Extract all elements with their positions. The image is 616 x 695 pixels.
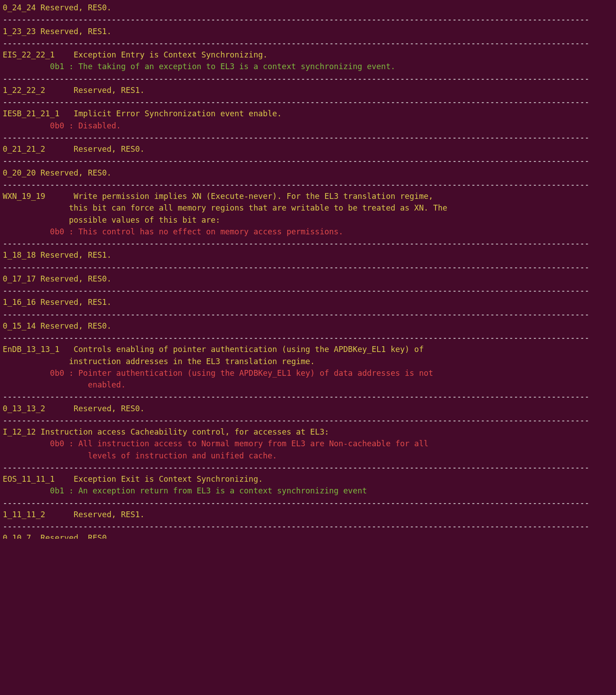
field-label: I_12_12: [3, 426, 36, 438]
field-desc-text: Write permission implies XN (Execute-nev…: [74, 190, 433, 202]
bit-value: 0b0 :: [3, 120, 79, 132]
field-entry: I_12_12 Instruction access Cacheability …: [3, 426, 613, 438]
field-desc-text: Reserved, RES0.: [40, 167, 111, 179]
field-label: EOS_11_11_1: [3, 473, 74, 485]
field-desc-cont: possible values of this bit are:: [3, 214, 613, 226]
field-desc-cont: this bit can force all memory regions th…: [3, 202, 613, 214]
field-label: WXN_19_19: [3, 190, 74, 202]
field-label: 0_24_24: [3, 2, 36, 13]
field-desc-text: Reserved, RES1.: [40, 26, 111, 37]
field-desc-text: Controls enabling of pointer authenticat…: [74, 343, 424, 355]
field-entry: IESB_21_21_1Implicit Error Synchronizati…: [3, 108, 613, 119]
field-entry: 0_15_14 Reserved, RES0.: [3, 320, 613, 332]
field-entry: 0_24_24 Reserved, RES0.: [3, 2, 613, 13]
field-desc-text: Reserved, RES0.: [40, 2, 111, 13]
field-desc-text: Instruction access Cacheability control,…: [40, 426, 329, 438]
separator: ----------------------------------------…: [3, 179, 613, 190]
field-entry: 0_17_17 Reserved, RES0.: [3, 273, 613, 285]
field-desc: [36, 2, 41, 13]
terminal-output: 0_24_24 Reserved, RES0. ----------------…: [0, 0, 616, 541]
field-entry: EnDB_13_13_1Controls enabling of pointer…: [3, 343, 613, 355]
bit-desc-cont: enabled.: [3, 379, 613, 391]
bit-value: 0b1 :: [3, 61, 79, 72]
field-entry: WXN_19_19Write permission implies XN (Ex…: [3, 190, 613, 202]
field-desc-text: Reserved, RES1.: [74, 84, 145, 96]
field-entry: 0_20_20 Reserved, RES0.: [3, 167, 613, 179]
field-entry: 1_23_23 Reserved, RES1.: [3, 26, 613, 37]
field-desc-text: Exception Entry is Context Synchronizing…: [74, 49, 268, 61]
field-desc-text: Reserved, RES0.: [40, 320, 111, 332]
bit-desc: The taking of an exception to EL3 is a c…: [79, 61, 396, 72]
bit-value: 0b0 :: [3, 438, 79, 449]
field-label: 1_23_23: [3, 26, 36, 37]
field-entry: 1_16_16 Reserved, RES1.: [3, 296, 613, 308]
bit-value-row: 0b0 :Disabled.: [3, 120, 613, 132]
bit-value: 0b0 :: [3, 367, 79, 379]
field-desc-text: Reserved, RES0.: [40, 273, 111, 285]
field-desc-cont-text: possible values of this bit are:: [3, 214, 220, 226]
field-entry: 1_22_22_2Reserved, RES1.: [3, 84, 613, 96]
field-label: 0_21_21_2: [3, 143, 74, 155]
separator: ----------------------------------------…: [3, 37, 613, 49]
bit-value-row: 0b1 :The taking of an exception to EL3 i…: [3, 61, 613, 72]
field-desc-cont: instruction addresses in the EL3 transla…: [3, 356, 613, 367]
bit-value: 0b0 :: [3, 226, 79, 238]
field-desc-cont-text: this bit can force all memory regions th…: [3, 202, 447, 214]
field-desc-text: Reserved, RES0.: [74, 403, 145, 414]
field-label: 0_20_20: [3, 167, 36, 179]
field-label: 0_10_7: [3, 532, 31, 539]
separator: ----------------------------------------…: [3, 497, 613, 509]
field-label: 1_18_18: [3, 249, 36, 261]
field-entry: 1_18_18 Reserved, RES1.: [3, 249, 613, 261]
separator: ----------------------------------------…: [3, 238, 613, 249]
bit-desc: Pointer authentication (using the APDBKe…: [79, 367, 433, 379]
separator: ----------------------------------------…: [3, 132, 613, 143]
field-label: 1_16_16: [3, 296, 36, 308]
field-entry: 0_21_21_2Reserved, RES0.: [3, 143, 613, 155]
bit-desc: Disabled.: [79, 120, 121, 132]
separator: ----------------------------------------…: [3, 13, 613, 25]
field-desc-text: Reserved, RES0.: [74, 143, 145, 155]
field-entry: 0_13_13_2Reserved, RES0.: [3, 403, 613, 414]
separator: ----------------------------------------…: [3, 261, 613, 273]
field-desc-text: Reserved, RES1.: [40, 249, 111, 261]
bit-desc-cont: levels of instruction and unified cache.: [3, 450, 613, 462]
bit-value-row: 0b0 :Pointer authentication (using the A…: [3, 367, 613, 379]
field-desc-text: Implicit Error Synchronization event ena…: [74, 108, 282, 119]
bit-value-row: 0b0 :This control has no effect on memor…: [3, 226, 613, 238]
field-desc-cont-text: instruction addresses in the EL3 transla…: [3, 356, 315, 367]
separator: ----------------------------------------…: [3, 520, 613, 532]
separator: ----------------------------------------…: [3, 155, 613, 167]
separator: ----------------------------------------…: [3, 391, 613, 402]
separator: ----------------------------------------…: [3, 462, 613, 473]
field-label: 0_13_13_2: [3, 403, 74, 414]
field-desc-text: Reserved, RES0.: [40, 532, 111, 539]
field-label: 1_22_22_2: [3, 84, 74, 96]
field-label: IESB_21_21_1: [3, 108, 74, 119]
bit-desc: An exception return from EL3 is a contex…: [79, 485, 367, 497]
field-desc-text: Exception Exit is Context Synchronizing.: [74, 473, 263, 485]
bit-desc-cont-text: enabled.: [3, 379, 126, 391]
bit-desc: All instruction access to Normal memory …: [79, 438, 429, 449]
field-desc-text: Reserved, RES1.: [40, 296, 111, 308]
bit-value-row: 0b0 :All instruction access to Normal me…: [3, 438, 613, 449]
field-entry: 1_11_11_2Reserved, RES1.: [3, 509, 613, 520]
separator: ----------------------------------------…: [3, 73, 613, 84]
bit-desc: This control has no effect on memory acc…: [79, 226, 343, 238]
bit-value-row: 0b1 :An exception return from EL3 is a c…: [3, 485, 613, 497]
separator: ----------------------------------------…: [3, 414, 613, 426]
bit-value: 0b1 :: [3, 485, 79, 497]
field-label: 0_17_17: [3, 273, 36, 285]
separator: ----------------------------------------…: [3, 308, 613, 320]
separator: ----------------------------------------…: [3, 332, 613, 343]
field-label: 1_11_11_2: [3, 509, 74, 520]
field-desc-text: Reserved, RES1.: [74, 509, 145, 520]
separator: ----------------------------------------…: [3, 285, 613, 296]
field-label: 0_15_14: [3, 320, 36, 332]
field-entry: EOS_11_11_1Exception Exit is Context Syn…: [3, 473, 613, 485]
field-label: EnDB_13_13_1: [3, 343, 74, 355]
bit-desc-cont-text: levels of instruction and unified cache.: [3, 450, 277, 462]
field-entry: 0_10_7 Reserved, RES0.: [3, 532, 613, 539]
field-entry: EIS_22_22_1Exception Entry is Context Sy…: [3, 49, 613, 61]
separator: ----------------------------------------…: [3, 96, 613, 108]
